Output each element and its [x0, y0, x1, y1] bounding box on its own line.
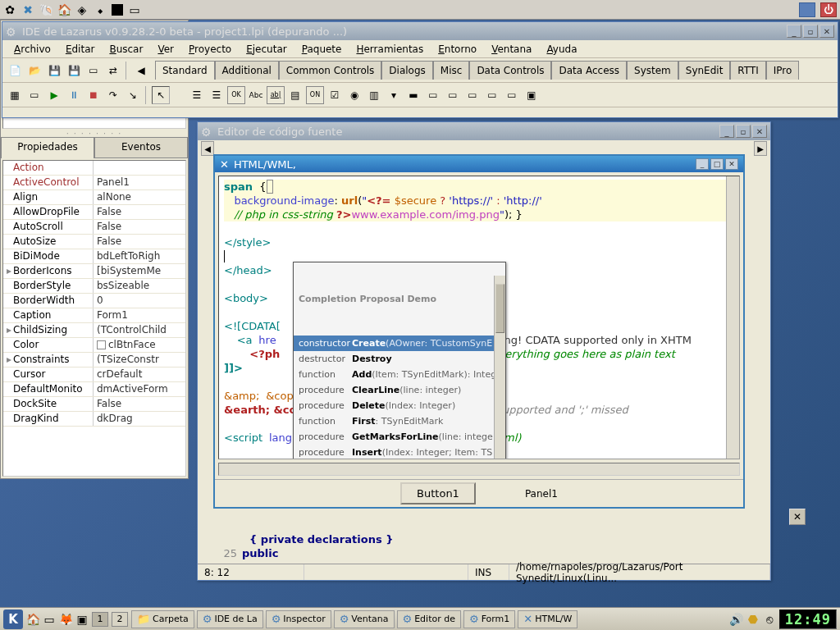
comp-checkbox[interactable]: ☑: [326, 86, 344, 104]
property-row[interactable]: CaptionForm1: [3, 308, 185, 323]
property-row[interactable]: AlignalNone: [3, 190, 185, 205]
save-btn[interactable]: 💾: [45, 62, 63, 80]
tray-lock[interactable]: ⎋: [763, 613, 776, 626]
palette-tab-data-access[interactable]: Data Access: [551, 61, 627, 80]
sys-close-btn[interactable]: ⏻: [820, 2, 837, 17]
close-button[interactable]: ✕: [725, 158, 738, 170]
property-row[interactable]: ▸ChildSizing(TControlChild: [3, 323, 185, 338]
property-row[interactable]: ColorclBtnFace: [3, 338, 185, 353]
html-code-area[interactable]: span { background-image: url("<?= $secur…: [218, 176, 740, 459]
palette-tab-additional[interactable]: Additional: [215, 61, 279, 80]
completion-item[interactable]: constructorCreate(AOwner: TCustomSynE: [294, 336, 505, 351]
comp-radio[interactable]: ◉: [345, 86, 363, 104]
palette-tab-synedit[interactable]: SynEdit: [678, 61, 731, 80]
comp-combo[interactable]: ▾: [385, 86, 403, 104]
property-row[interactable]: AutoScrollFalse: [3, 220, 185, 235]
maximize-button[interactable]: □: [710, 158, 724, 170]
completion-item[interactable]: procedureDelete(Index: Integer): [294, 398, 505, 413]
sys-icon[interactable]: ✿: [3, 3, 16, 16]
comp-listbox[interactable]: ▥: [365, 86, 383, 104]
open-btn[interactable]: 📂: [25, 62, 43, 80]
property-row[interactable]: AllowDropFileFalse: [3, 205, 185, 220]
sys-icon[interactable]: 🏠: [57, 3, 71, 16]
property-row[interactable]: AutoSizeFalse: [3, 235, 185, 249]
tab-next[interactable]: ▶: [754, 141, 767, 156]
step-over[interactable]: ↷: [104, 86, 122, 104]
minimize-button[interactable]: _: [696, 158, 709, 170]
completion-item[interactable]: procedureClearLine(line: integer): [294, 382, 505, 398]
tab-properties[interactable]: Propiedades: [1, 137, 94, 158]
code-hscroll[interactable]: [218, 463, 740, 476]
completion-item[interactable]: functionAdd(Item: TSynEditMark): Integ: [294, 367, 505, 382]
task-button[interactable]: ⚙Form1: [463, 610, 515, 628]
property-grid[interactable]: ActionActiveControlPanel1AlignalNoneAllo…: [2, 160, 186, 477]
menu-editar[interactable]: Editar: [59, 42, 102, 57]
menu-herramientas[interactable]: Herramientas: [349, 42, 430, 57]
comp-groupbox[interactable]: ▭: [424, 86, 442, 104]
toggle-btn[interactable]: ⇄: [104, 62, 122, 80]
comp-mainmenu[interactable]: ☰: [188, 86, 206, 104]
resize-handle[interactable]: · · · · · · · ·: [1, 130, 188, 137]
comp-popup[interactable]: ☰: [208, 86, 226, 104]
comp-checkgroup[interactable]: ▭: [463, 86, 482, 104]
menu-ventana[interactable]: Ventana: [485, 42, 538, 57]
tab-events[interactable]: Eventos: [94, 137, 188, 158]
property-row[interactable]: DefaultMonitodmActiveForm: [3, 382, 185, 397]
sys-icon[interactable]: 🐚: [39, 3, 52, 16]
html-titlebar[interactable]: ✕ HTML/WML, _ □ ✕: [215, 156, 743, 172]
property-row[interactable]: ActiveControlPanel1: [3, 176, 185, 190]
saveall-btn[interactable]: 💾: [65, 62, 83, 80]
menu-archivo[interactable]: Archivo: [7, 42, 57, 57]
menu-paquete[interactable]: Paquete: [295, 42, 349, 57]
palette-tab-data-controls[interactable]: Data Controls: [469, 61, 551, 80]
clock[interactable]: 12:49: [779, 609, 837, 629]
terminal-icon[interactable]: ▣: [75, 613, 89, 626]
view-forms[interactable]: ▭: [25, 86, 43, 104]
desktop-2[interactable]: 2: [112, 612, 128, 627]
menu-entorno[interactable]: Entorno: [431, 42, 483, 57]
sys-tile-btn[interactable]: [799, 2, 815, 17]
completion-scrollbar[interactable]: [494, 276, 505, 459]
comp-frame[interactable]: ▭: [503, 86, 521, 104]
task-button[interactable]: 📁Carpeta: [131, 610, 194, 628]
property-row[interactable]: CursorcrDefault: [3, 368, 185, 382]
firefox-icon[interactable]: 🦊: [59, 613, 72, 626]
source-titlebar[interactable]: ⚙ Editor de código fuente _ ▫ ✕: [198, 122, 770, 140]
run-btn[interactable]: ▶: [45, 86, 63, 104]
completion-item[interactable]: destructorDestroy: [294, 351, 505, 367]
stop-btn[interactable]: ⏹: [84, 86, 103, 104]
sys-icon[interactable]: ⬥: [94, 3, 107, 16]
property-row[interactable]: DockSiteFalse: [3, 397, 185, 412]
task-button[interactable]: ✕HTML/W: [518, 610, 578, 628]
show-desktop-icon[interactable]: ▭: [43, 613, 56, 626]
task-button[interactable]: ⚙Inspector: [266, 610, 331, 628]
comp-action[interactable]: ▣: [523, 86, 541, 104]
tab-prev[interactable]: ◀: [201, 141, 214, 156]
maximize-button[interactable]: ▫: [803, 25, 818, 38]
arrow-left[interactable]: ◀: [132, 62, 150, 80]
comp-toggle[interactable]: ON: [306, 86, 324, 104]
palette-tab-ipro[interactable]: IPro: [766, 61, 800, 80]
property-row[interactable]: BorderStylebsSizeable: [3, 279, 185, 294]
comp-edit[interactable]: ab|: [267, 86, 285, 104]
menu-ver[interactable]: Ver: [151, 42, 180, 57]
maximize-button[interactable]: ▫: [736, 125, 751, 138]
palette-tab-common-controls[interactable]: Common Controls: [279, 61, 382, 80]
kmenu-button[interactable]: K: [3, 609, 23, 629]
sys-icon[interactable]: ▭: [128, 3, 141, 16]
comp-scrollbar[interactable]: ▬: [404, 86, 422, 104]
sys-icon[interactable]: ✖: [21, 3, 34, 16]
tray-volume[interactable]: 🔊: [730, 613, 743, 626]
palette-tab-system[interactable]: System: [627, 61, 678, 80]
palette-tab-dialogs[interactable]: Dialogs: [381, 61, 432, 80]
button1[interactable]: Button1: [400, 482, 476, 504]
property-row[interactable]: BorderWidth0: [3, 294, 185, 308]
pause-btn[interactable]: ⏸: [65, 86, 83, 104]
tray-klipper[interactable]: ⬣: [746, 613, 760, 626]
property-row[interactable]: BiDiModebdLeftToRigh: [3, 249, 185, 264]
new-form-btn[interactable]: ▭: [84, 62, 103, 80]
task-button[interactable]: ⚙Editor de: [397, 610, 461, 628]
home-icon[interactable]: 🏠: [26, 613, 39, 626]
side-close-button[interactable]: ✕: [789, 509, 806, 525]
palette-tab-rtti[interactable]: RTTI: [730, 61, 765, 80]
